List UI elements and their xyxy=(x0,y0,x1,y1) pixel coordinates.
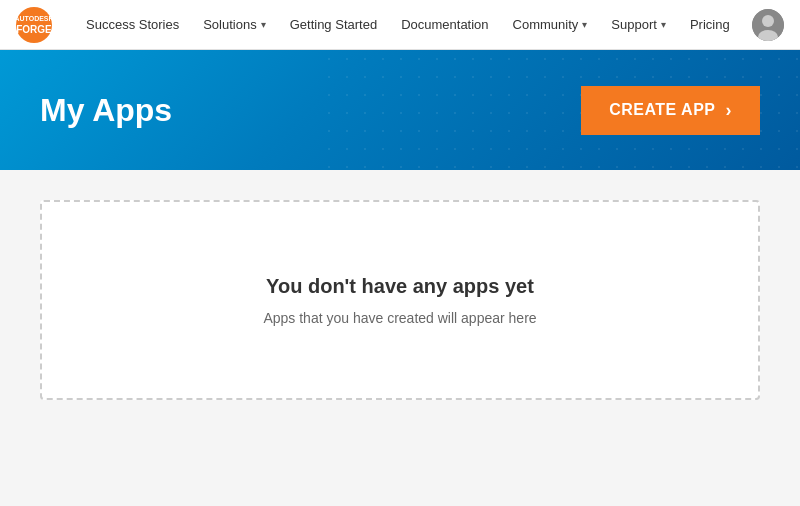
svg-text:FORGE: FORGE xyxy=(16,24,52,35)
nav-link-getting-started[interactable]: Getting Started xyxy=(280,11,387,38)
create-app-button[interactable]: CREATE APP › xyxy=(581,86,760,135)
autodesk-forge-logo-icon: AUTODESK FORGE xyxy=(16,7,52,43)
navbar: AUTODESK FORGE Success Stories Solutions… xyxy=(0,0,800,50)
nav-link-documentation[interactable]: Documentation xyxy=(391,11,498,38)
logo[interactable]: AUTODESK FORGE xyxy=(16,7,52,43)
community-dropdown-arrow: ▾ xyxy=(582,19,587,30)
empty-state-subtitle: Apps that you have created will appear h… xyxy=(263,310,536,326)
page-title: My Apps xyxy=(40,92,581,129)
svg-point-4 xyxy=(762,15,774,27)
nav-links: Success Stories Solutions ▾ Getting Star… xyxy=(76,11,752,38)
avatar-icon xyxy=(752,9,784,41)
svg-text:AUTODESK: AUTODESK xyxy=(16,15,52,22)
support-dropdown-arrow: ▾ xyxy=(661,19,666,30)
user-avatar[interactable] xyxy=(752,9,784,41)
nav-link-community[interactable]: Community ▾ xyxy=(503,11,598,38)
main-content: You don't have any apps yet Apps that yo… xyxy=(0,170,800,430)
empty-state-title: You don't have any apps yet xyxy=(266,275,534,298)
nav-link-pricing[interactable]: Pricing xyxy=(680,11,740,38)
nav-link-support[interactable]: Support ▾ xyxy=(601,11,676,38)
hero-banner: My Apps CREATE APP › xyxy=(0,50,800,170)
nav-link-success-stories[interactable]: Success Stories xyxy=(76,11,189,38)
create-app-arrow-icon: › xyxy=(726,100,733,121)
nav-link-solutions[interactable]: Solutions ▾ xyxy=(193,11,275,38)
solutions-dropdown-arrow: ▾ xyxy=(261,19,266,30)
empty-state-container: You don't have any apps yet Apps that yo… xyxy=(40,200,760,400)
